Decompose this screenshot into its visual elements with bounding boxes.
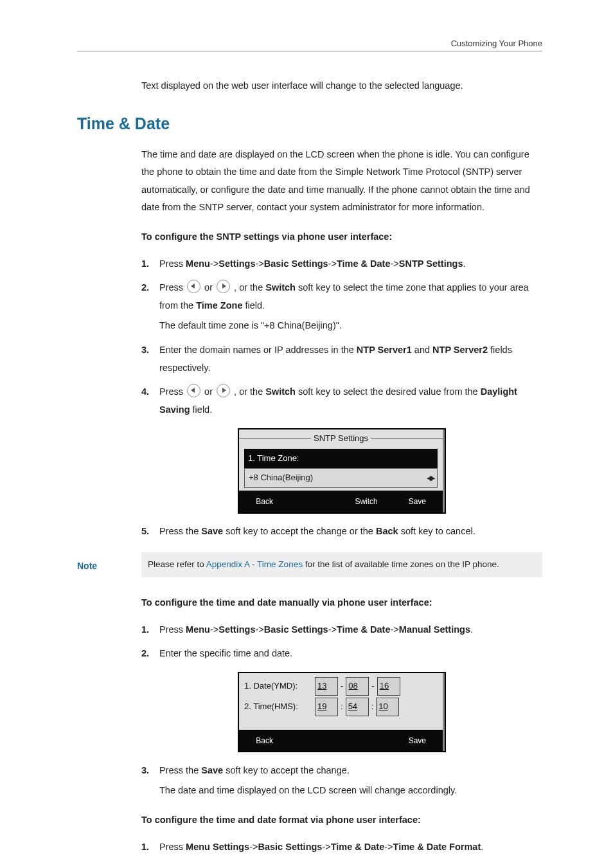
step-number: 2. <box>141 645 149 663</box>
note-text: Please refer to Appendix A - Time Zones … <box>141 552 542 577</box>
back-softkey-ref: Back <box>376 526 398 536</box>
menu-path-item: Settings <box>218 624 255 635</box>
section-heading: Time & Date <box>77 114 542 133</box>
sntp-step-3: 3. Enter the domain names or IP addresse… <box>141 341 542 377</box>
sntp-step-2: 2. Press or , or the Switch soft key to … <box>141 279 542 335</box>
appendix-link[interactable]: Appendix A - Time Zones <box>206 559 303 569</box>
step-number: 2. <box>141 279 149 297</box>
lcd-sntp-screenshot: SNTP Settings 1. Time Zone: +8 China(Bei… <box>238 428 446 514</box>
note-label: Note <box>77 552 141 577</box>
lcd-row-label: 2. Time(HMS): <box>244 699 315 715</box>
switch-softkey-ref: Switch <box>265 386 296 397</box>
menu-path-item: Settings <box>218 258 255 269</box>
lcd-date-row: 1. Date(YMD): 13 - 08 - 16 <box>244 677 438 696</box>
step-number: 1. <box>141 838 149 856</box>
field-ref: NTP Server1 <box>357 345 412 355</box>
lcd-time-min[interactable]: 54 <box>346 698 369 716</box>
field-ref: Time Zone <box>196 300 242 311</box>
menu-path-item: Time & Date <box>337 624 391 635</box>
lcd-time-hour[interactable]: 19 <box>315 698 338 716</box>
field-ref: NTP Server2 <box>432 345 488 355</box>
lcd-title: SNTP Settings <box>239 429 443 448</box>
right-arrow-icon <box>217 280 230 293</box>
step-number: 1. <box>141 255 149 273</box>
lcd-softkey-row: Back Switch Save <box>239 491 443 512</box>
menu-path-item: Manual Settings <box>399 624 470 635</box>
softkey-back[interactable]: Back <box>240 732 289 750</box>
step-number: 3. <box>141 341 149 359</box>
intro-continued: Text displayed on the web user interface… <box>141 77 542 95</box>
switch-softkey-ref: Switch <box>265 282 296 293</box>
menu-path-item: SNTP Settings <box>399 258 463 269</box>
step-number: 4. <box>141 383 149 401</box>
left-arrow-icon <box>187 280 200 293</box>
sntp-step-1: 1. Press Menu->Settings->Basic Settings-… <box>141 255 542 273</box>
softkey-back[interactable]: Back <box>240 493 289 511</box>
menu-path-item: Menu <box>186 258 210 269</box>
lcd-timezone-field[interactable]: +8 China(Beijing) ◀▶ <box>244 468 438 488</box>
softkey-blank <box>291 493 339 511</box>
lcd-softkey-row: Back Save <box>239 730 443 752</box>
menu-path-item: Menu Settings <box>186 842 249 852</box>
softkey-blank <box>342 732 391 750</box>
manual-step-3: 3. Press the Save soft key to accept the… <box>141 762 542 800</box>
lcd-date-day[interactable]: 16 <box>377 677 400 696</box>
sntp-step-5: 5. Press the Save soft key to accept the… <box>141 523 542 541</box>
sntp-config-heading: To configure the SNTP settings via phone… <box>141 228 542 246</box>
sntp-steps-list: 1. Press Menu->Settings->Basic Settings-… <box>141 255 542 419</box>
softkey-save[interactable]: Save <box>393 732 441 750</box>
menu-path-item: Basic Settings <box>264 258 328 269</box>
step-text: Enter the specific time and date. <box>159 648 292 658</box>
step-number: 1. <box>141 621 149 639</box>
left-arrow-icon <box>187 384 200 397</box>
save-softkey-ref: Save <box>201 765 223 775</box>
manual-step-1: 1. Press Menu->Settings->Basic Settings-… <box>141 621 542 639</box>
running-header: Customizing Your Phone <box>77 39 542 51</box>
lcd-manual-screenshot: 1. Date(YMD): 13 - 08 - 16 2. Time(HMS):… <box>238 672 446 752</box>
step-subtext: The default time zone is "+8 China(Beiji… <box>159 317 542 335</box>
lcd-field-value: +8 China(Beijing) <box>249 470 313 486</box>
manual-steps-list: 1. Press Menu->Settings->Basic Settings-… <box>141 621 542 663</box>
step-number: 3. <box>141 762 149 780</box>
menu-path-item: Basic Settings <box>264 624 328 635</box>
lcd-date-month[interactable]: 08 <box>346 677 369 696</box>
save-softkey-ref: Save <box>201 526 223 536</box>
lcd-time-sec[interactable]: 10 <box>376 698 399 716</box>
lcd-date-year[interactable]: 13 <box>315 677 338 696</box>
left-right-indicator-icon: ◀▶ <box>427 471 433 485</box>
format-config-heading: To configure the time and date format vi… <box>141 811 542 829</box>
header-text: Customizing Your Phone <box>451 39 542 48</box>
step-number: 5. <box>141 523 149 541</box>
softkey-save[interactable]: Save <box>393 493 441 511</box>
menu-path-item: Time & Date <box>331 842 385 852</box>
menu-path-item: Time & Date <box>337 258 391 269</box>
menu-path-item: Menu <box>186 624 210 635</box>
overview-paragraph: The time and date are displayed on the L… <box>141 146 542 217</box>
step-subtext: The date and time displayed on the LCD s… <box>159 782 542 800</box>
lcd-field-label: 1. Time Zone: <box>244 449 438 468</box>
note-box: Note Please refer to Appendix A - Time Z… <box>77 552 542 577</box>
lcd-row-label: 1. Date(YMD): <box>244 678 315 694</box>
format-steps-list: 1. Press Menu Settings->Basic Settings->… <box>141 838 542 856</box>
manual-steps-list-cont: 3. Press the Save soft key to accept the… <box>141 762 542 800</box>
softkey-blank <box>291 732 339 750</box>
lcd-time-row: 2. Time(HMS): 19 : 54 : 10 <box>244 698 438 716</box>
step-text: Press <box>159 258 186 269</box>
menu-path-item: Basic Settings <box>258 842 322 852</box>
manual-config-heading: To configure the time and date manually … <box>141 594 542 612</box>
sntp-step-4: 4. Press or , or the Switch soft key to … <box>141 383 542 419</box>
right-arrow-icon <box>217 384 230 397</box>
sntp-steps-list-cont: 5. Press the Save soft key to accept the… <box>141 523 542 541</box>
manual-step-2: 2. Enter the specific time and date. <box>141 645 542 663</box>
softkey-switch[interactable]: Switch <box>342 493 391 511</box>
format-step-1: 1. Press Menu Settings->Basic Settings->… <box>141 838 542 856</box>
menu-path-item: Time & Date Format <box>393 842 481 852</box>
